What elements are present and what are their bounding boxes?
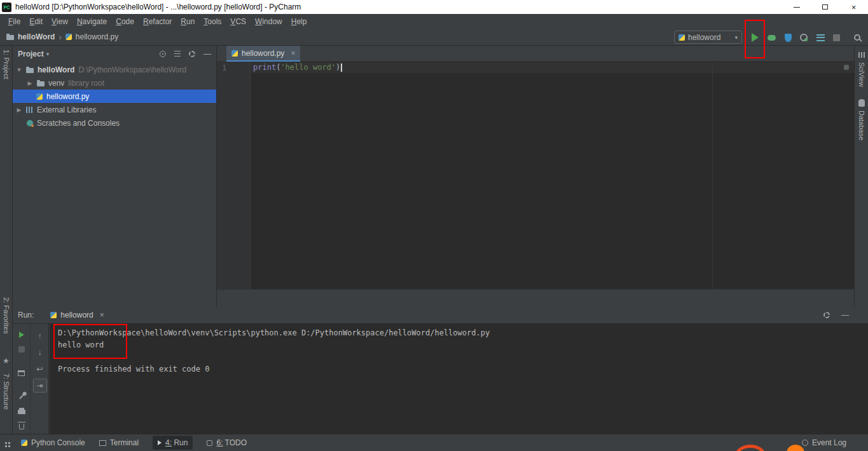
tab-close-icon[interactable]: ×	[100, 311, 104, 320]
tree-collapsed-icon[interactable]: ▶	[27, 80, 33, 86]
menu-tools[interactable]: Tools	[199, 15, 226, 28]
python-config-icon	[679, 34, 685, 41]
annotation-box-run-button	[745, 20, 765, 58]
stop-button[interactable]	[15, 343, 29, 354]
collapse-all-icon[interactable]	[174, 51, 181, 57]
tool-stripe-database[interactable]: Database	[858, 111, 865, 140]
rerun-button[interactable]	[15, 329, 29, 340]
run-panel-header: Run: helloword × —	[13, 307, 868, 323]
code-editor[interactable]: 1 print('hello word')	[217, 62, 854, 289]
run-configuration-name: helloword	[688, 33, 720, 42]
hide-panel-icon[interactable]: —	[203, 50, 211, 58]
project-panel-title[interactable]: Project	[18, 50, 44, 58]
close-icon: ×	[851, 3, 857, 11]
run-configuration-select[interactable]: helloword ▾	[674, 30, 742, 44]
toolwindow-switcher-icon[interactable]	[5, 442, 7, 444]
title-bar: PC helloWord [D:\PythonWorkspace\helloWo…	[0, 0, 868, 14]
restore-layout-button[interactable]	[15, 367, 29, 379]
statusbar-event-log[interactable]: Event Log	[802, 438, 862, 447]
window-title: helloWord [D:\PythonWorkspace\helloWord]…	[15, 3, 782, 11]
profiler-button[interactable]	[799, 33, 809, 42]
menu-edit[interactable]: Edit	[25, 15, 47, 28]
scratches-label: Scratches and Consoles	[37, 119, 120, 128]
database-icon[interactable]	[858, 99, 865, 107]
locate-file-icon[interactable]	[160, 51, 166, 57]
breadcrumb: helloWord › helloword.py	[6, 29, 118, 45]
print-button[interactable]	[15, 405, 29, 417]
text-caret	[341, 64, 342, 72]
breadcrumb-project[interactable]: helloWord	[18, 32, 55, 41]
scroll-to-end-button[interactable]: ⇥	[33, 379, 47, 393]
menu-help[interactable]: Help	[287, 15, 312, 28]
editor-area: helloword.py × 1 print('hello word')	[217, 46, 854, 307]
sciview-icon[interactable]	[858, 52, 865, 58]
tool-stripe-sciview[interactable]: SciView	[858, 62, 865, 87]
tab-helloword-py[interactable]: helloword.py ×	[226, 46, 300, 62]
chevron-down-icon[interactable]: ▾	[46, 51, 50, 57]
tree-row-scratches[interactable]: Scratches and Consoles	[13, 116, 216, 130]
menu-run[interactable]: Run	[176, 15, 199, 28]
run-toolbar-console: ↑ ↓ ↩ ⇥	[31, 324, 49, 434]
tool-stripe-project[interactable]: 1: Project	[3, 50, 10, 79]
tool-stripe-structure[interactable]: 7: Structure	[3, 374, 10, 410]
tree-row-project-root[interactable]: ▼ helloWord D:\PythonWorkspace\helloWord	[13, 63, 216, 76]
menu-window[interactable]: Window	[251, 15, 287, 28]
chevron-right-icon: ›	[59, 32, 61, 42]
python-file-icon	[231, 50, 238, 57]
breadcrumb-file[interactable]: helloword.py	[76, 32, 118, 41]
debug-button[interactable]	[766, 33, 776, 42]
layout-icon	[18, 370, 25, 376]
python-console-label: Python Console	[31, 438, 85, 447]
trash-icon	[19, 424, 24, 429]
python-console-icon	[21, 440, 27, 446]
stop-button[interactable]	[831, 33, 841, 42]
search-everywhere-button[interactable]	[852, 33, 862, 42]
clear-console-button[interactable]	[15, 420, 29, 431]
inspection-indicator-icon[interactable]	[844, 65, 849, 70]
pin-tab-button[interactable]	[15, 391, 29, 403]
console-exit-line: Process finished with exit code 0	[58, 363, 868, 375]
bug-icon	[768, 35, 776, 41]
run-with-coverage-button[interactable]	[783, 33, 793, 42]
close-button[interactable]: ×	[839, 0, 868, 14]
menu-file[interactable]: File	[4, 15, 25, 28]
menu-vcs[interactable]: VCS	[226, 15, 251, 28]
run-panel-body: ↑ ↓ ↩ ⇥ D:\PythonWorkspace\helloWord\ven…	[13, 323, 868, 434]
notification-graphic	[736, 445, 765, 451]
statusbar-python-console[interactable]: Python Console	[21, 438, 85, 447]
tree-row-external-libraries[interactable]: ▶ External Libraries	[13, 103, 216, 116]
down-stack-trace-button[interactable]: ↓	[33, 346, 47, 360]
hide-panel-icon[interactable]: —	[841, 311, 849, 320]
menu-view[interactable]: View	[47, 15, 72, 28]
run-tab-helloword[interactable]: helloword ×	[48, 307, 106, 323]
menu-navigate[interactable]: Navigate	[72, 15, 111, 28]
minimize-button[interactable]	[782, 0, 811, 14]
project-panel-header: Project ▾ —	[13, 46, 216, 62]
tree-row-venv[interactable]: ▶ venv library root	[13, 76, 216, 90]
up-stack-trace-button[interactable]: ↑	[33, 329, 47, 343]
soft-wrap-button[interactable]: ↩	[33, 362, 47, 376]
run-label: 4: Run	[165, 438, 188, 447]
run-console-output[interactable]: D:\PythonWorkspace\helloWord\venv\Script…	[50, 324, 868, 434]
editor-tab-title: helloword.py	[242, 49, 284, 58]
tree-expanded-icon[interactable]: ▼	[16, 67, 22, 73]
gear-icon[interactable]	[189, 51, 195, 57]
tree-collapsed-icon[interactable]: ▶	[16, 107, 22, 113]
statusbar-terminal[interactable]: Terminal	[99, 438, 139, 447]
terminal-label: Terminal	[110, 438, 139, 447]
restore-icon	[822, 4, 828, 10]
tool-stripe-favorites[interactable]: 2: Favorites	[3, 297, 10, 333]
tab-close-icon[interactable]: ×	[291, 49, 295, 58]
gear-icon[interactable]	[823, 312, 830, 318]
navigation-toolbar: helloWord › helloword.py helloword ▾	[0, 29, 868, 46]
code-string: 'hello word'	[280, 63, 336, 72]
todo-label: 6: TODO	[216, 438, 247, 447]
star-icon[interactable]: ★	[3, 356, 10, 365]
statusbar-run[interactable]: 4: Run	[153, 436, 193, 450]
menu-code[interactable]: Code	[111, 15, 139, 28]
restore-button[interactable]	[811, 0, 839, 14]
run-dashboard-button[interactable]	[815, 33, 825, 42]
menu-refactor[interactable]: Refactor	[139, 15, 176, 28]
tree-row-helloword-py[interactable]: helloword.py	[13, 90, 216, 103]
statusbar-todo[interactable]: 6: TODO	[207, 438, 247, 447]
